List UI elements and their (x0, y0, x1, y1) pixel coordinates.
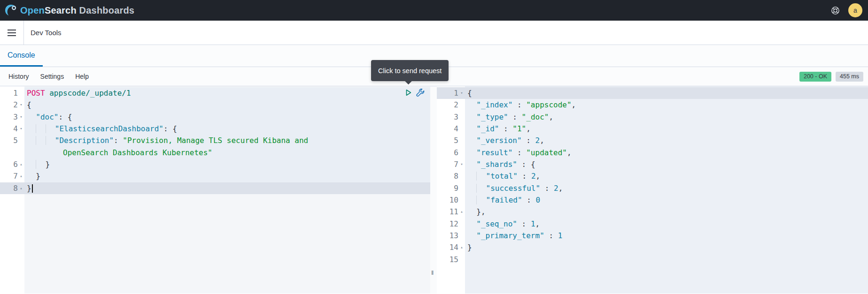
gutter-line-number[interactable]: 8 (437, 170, 465, 182)
fold-toggle-icon[interactable]: ▴ (458, 241, 465, 253)
gutter-line-number[interactable]: 13 (437, 230, 465, 241)
hamburger-menu-icon[interactable] (0, 30, 23, 36)
code-line[interactable]: 10 "failed" : 0 (437, 194, 868, 206)
send-request-icon[interactable] (404, 89, 412, 97)
fold-toggle-icon[interactable]: ▴ (18, 170, 24, 182)
gutter-line-number[interactable]: 2 (437, 99, 465, 111)
console-menu-items: HistorySettingsHelp (8, 73, 89, 80)
code-line[interactable]: 3▾ "doc": { (0, 111, 430, 123)
menu-item-history[interactable]: History (8, 73, 29, 80)
menu-item-settings[interactable]: Settings (40, 73, 64, 80)
code-line[interactable]: 3 "_type" : "_doc", (437, 111, 868, 123)
response-status: 200 - OK 455 ms (799, 72, 863, 82)
nav-divider (23, 21, 24, 45)
code-line[interactable]: 1▾{ (437, 87, 868, 99)
gutter-line-number[interactable]: 4▾ (0, 123, 24, 135)
opensearch-logo-mark (5, 4, 17, 16)
opensearch-dashboards-app: OpenSearch Dashboards a Dev Tools Consol… (0, 0, 868, 294)
code-line[interactable]: 8▴} (0, 182, 430, 194)
gutter-line-number[interactable]: 15 (437, 254, 465, 265)
gutter-line-number[interactable]: 3 (437, 111, 465, 123)
header-right-controls: a (831, 3, 862, 17)
gutter-line-number[interactable]: 6▴ (0, 158, 24, 170)
tab-console[interactable]: Console (0, 45, 43, 67)
gutter-line-number[interactable]: 2▾ (0, 99, 24, 111)
code-line[interactable]: 4▾ "ElasticsearchDashboard": { (0, 123, 430, 135)
code-line[interactable]: 7▾ "_shards" : { (437, 158, 868, 170)
avatar-letter: a (853, 7, 857, 14)
status-code-badge: 200 - OK (799, 72, 831, 82)
code-line[interactable]: 5 "Description": "Provision, Manage TLS … (0, 135, 430, 146)
gutter-line-number[interactable]: 9 (437, 182, 465, 194)
gutter-line-number[interactable]: 4 (437, 123, 465, 135)
global-header: OpenSearch Dashboards a (0, 0, 868, 21)
gutter-line-number[interactable]: 3▾ (0, 111, 24, 123)
gutter-line-number[interactable]: 5 (437, 135, 465, 146)
code-line[interactable]: 8 "total" : 2, (437, 170, 868, 182)
code-line[interactable]: 7▴ } (0, 170, 430, 182)
code-line[interactable]: 2▾{ (0, 99, 430, 111)
fold-toggle-icon[interactable]: ▾ (18, 123, 24, 135)
code-line[interactable]: 2 "_index" : "appscode", (437, 99, 868, 111)
gutter-line-number[interactable]: 11▴ (437, 206, 465, 218)
code-line[interactable]: OpenSearch Dashboards Kubernetes" (0, 147, 430, 158)
fold-toggle-icon[interactable]: ▾ (458, 87, 465, 99)
code-line[interactable]: 13 "_primary_term" : 1 (437, 230, 868, 241)
logo-text-open: Open (20, 5, 45, 15)
fold-toggle-icon[interactable]: ▴ (18, 158, 24, 170)
console-editors: 1POST appscode/_update/12▾{3▾ "doc": {4▾… (0, 86, 868, 294)
menu-item-help[interactable]: Help (75, 73, 89, 80)
gutter-line-number[interactable]: 7▾ (437, 158, 465, 170)
gutter-line-number[interactable]: 1 (0, 87, 24, 99)
gutter-line-number[interactable]: 12 (437, 218, 465, 230)
response-viewer[interactable]: 1▾{2 "_index" : "appscode",3 "_type" : "… (437, 86, 868, 294)
fold-toggle-icon[interactable]: ▴ (458, 206, 465, 218)
code-line[interactable]: 11▴ }, (437, 206, 868, 218)
fold-toggle-icon[interactable]: ▴ (18, 182, 24, 194)
user-avatar[interactable]: a (848, 3, 862, 17)
wrench-icon[interactable] (416, 89, 425, 97)
code-line[interactable]: 14▴} (437, 241, 868, 253)
opensearch-logo[interactable]: OpenSearch Dashboards (5, 4, 134, 16)
resizer-handle-icon: ‖ (431, 269, 434, 276)
fold-toggle-icon[interactable]: ▾ (458, 158, 465, 170)
tooltip-text: Click to send request (378, 67, 442, 75)
panel-resizer[interactable]: ‖ (430, 86, 437, 294)
logo-text-search: Search (45, 5, 77, 15)
help-icon[interactable] (831, 6, 840, 15)
code-line[interactable]: 12 "_seq_no" : 1, (437, 218, 868, 230)
code-line[interactable]: 9 "successful" : 2, (437, 182, 868, 194)
gutter-line-number[interactable]: 14▴ (437, 241, 465, 253)
code-line[interactable]: 6▴ } (0, 158, 430, 170)
code-line[interactable]: 4 "_id" : "1", (437, 123, 868, 135)
code-line[interactable]: 1POST appscode/_update/1 (0, 87, 430, 99)
logo-text-dashboards: Dashboards (77, 5, 134, 15)
gutter-line-number[interactable]: 5 (0, 135, 24, 146)
gutter-line-number[interactable]: 8▴ (0, 182, 24, 194)
gutter-line-number[interactable]: 1▾ (437, 87, 465, 99)
code-line[interactable]: 6 "result" : "updated", (437, 147, 868, 158)
request-editor[interactable]: 1POST appscode/_update/12▾{3▾ "doc": {4▾… (0, 86, 430, 294)
send-request-tooltip: Click to send request (371, 60, 449, 81)
response-time-badge: 455 ms (836, 72, 863, 82)
gutter-line-number[interactable] (0, 147, 24, 158)
gutter-line-number[interactable]: 7▴ (0, 170, 24, 182)
text-cursor (32, 184, 33, 193)
nav-bar: Dev Tools (0, 21, 868, 45)
code-line[interactable]: 5 "_version" : 2, (437, 135, 868, 146)
gutter-line-number[interactable]: 6 (437, 147, 465, 158)
request-actions (404, 89, 425, 97)
code-line[interactable]: 15 (437, 254, 868, 265)
fold-toggle-icon[interactable]: ▾ (18, 99, 24, 111)
breadcrumb[interactable]: Dev Tools (31, 29, 62, 37)
gutter-line-number[interactable]: 10 (437, 194, 465, 206)
fold-toggle-icon[interactable]: ▾ (18, 111, 24, 123)
